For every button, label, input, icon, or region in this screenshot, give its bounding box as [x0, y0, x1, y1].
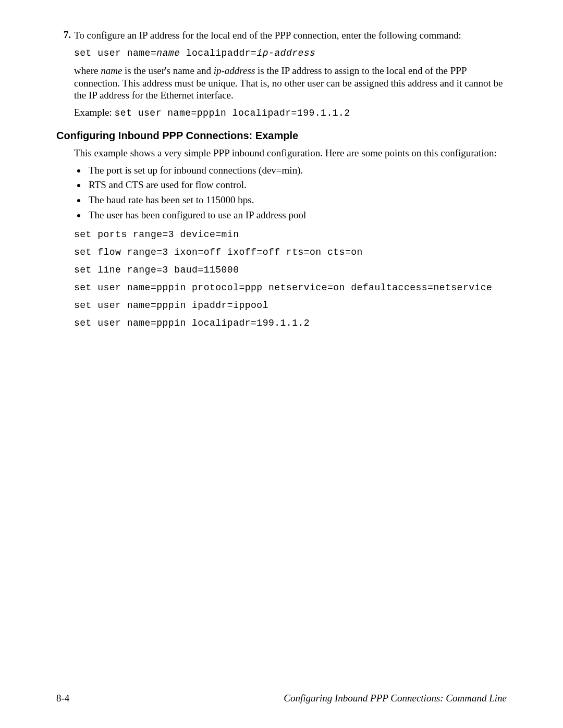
- bullet-item: RTS and CTS are used for flow control.: [87, 178, 507, 192]
- where-p2: is the user's name and: [122, 65, 213, 76]
- step-example: Example: set user name=pppin localipadr=…: [74, 107, 507, 118]
- bullet-item: The baud rate has been set to 115000 bps…: [87, 193, 507, 207]
- step-number: 7.: [56, 29, 74, 42]
- cmd-mid: localipaddr=: [180, 48, 256, 58]
- step-where: where name is the user's name and ip-add…: [74, 65, 507, 102]
- section-title: Configuring Inbound PPP Connections: Exa…: [56, 130, 507, 142]
- footer: 8-4 Configuring Inbound PPP Connections:…: [56, 693, 507, 704]
- cmd-param-ip: ip-address: [256, 48, 315, 58]
- cmd-param-name: name: [156, 48, 180, 58]
- page-number: 8-4: [56, 693, 69, 704]
- footer-title: Configuring Inbound PPP Connections: Com…: [284, 693, 507, 704]
- step-7: 7. To configure an IP address for the lo…: [56, 29, 507, 42]
- bullet-list: The port is set up for inbound connectio…: [74, 164, 507, 222]
- where-p1: where: [74, 65, 101, 76]
- where-i1: name: [101, 65, 122, 76]
- code-line: set flow range=3 ixon=off ixoff=off rts=…: [74, 247, 507, 257]
- bullet-item: The user has been configured to use an I…: [87, 208, 507, 223]
- where-i2: ip-address: [214, 65, 255, 76]
- step-text: To configure an IP address for the local…: [74, 29, 507, 42]
- bullet-item: The port is set up for inbound connectio…: [87, 164, 507, 178]
- code-line: set line range=3 baud=115000: [74, 265, 507, 275]
- code-block: set ports range=3 device=min set flow ra…: [74, 229, 507, 328]
- example-code: set user name=pppin localipadr=199.1.1.2: [115, 108, 350, 118]
- code-line: set user name=pppin protocol=ppp netserv…: [74, 282, 507, 293]
- example-label: Example:: [74, 107, 115, 118]
- section-intro: This example shows a very simple PPP inb…: [74, 147, 507, 159]
- code-line: set user name=pppin ipaddr=ippool: [74, 300, 507, 311]
- code-line: set user name=pppin localipadr=199.1.1.2: [74, 318, 507, 328]
- page: 7. To configure an IP address for the lo…: [0, 0, 563, 728]
- step-command: set user name=name localipaddr=ip-addres…: [74, 48, 507, 58]
- cmd-prefix: set user name=: [74, 48, 156, 58]
- code-line: set ports range=3 device=min: [74, 229, 507, 240]
